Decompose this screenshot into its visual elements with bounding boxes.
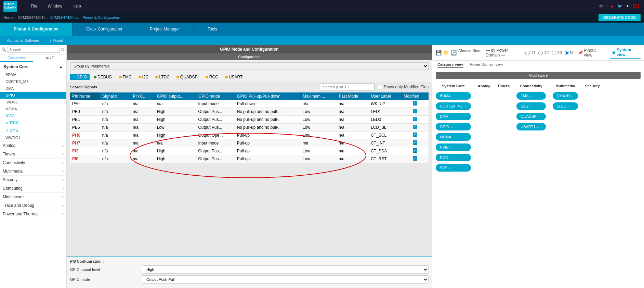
sidebar-item-rcc[interactable]: ✓ RCC (0, 119, 66, 127)
folder-icon[interactable]: 📁 (443, 50, 449, 55)
grid-btn-usart1[interactable]: USART1 ✓ (516, 123, 546, 130)
table-row[interactable]: PB0n/an/aHighOutput Pus...No pull-up and… (70, 108, 429, 116)
choose-filters-label[interactable]: Choose filters ... (458, 49, 482, 57)
sidebar-item-wwdg1[interactable]: WWDG1 (0, 134, 66, 141)
table-row[interactable]: PB1n/an/aHighOutput Pus...No pull-up and… (70, 116, 429, 124)
signal-tab-quadspi[interactable]: QUADSPI (174, 74, 201, 80)
menu-window[interactable]: Window (48, 4, 62, 9)
modified-checkbox[interactable] (413, 140, 417, 145)
col-user-label[interactable]: User Label (369, 92, 402, 100)
grid-btn-ltdc[interactable]: LTDC ✓ (553, 102, 578, 110)
col-pin-c[interactable]: Pin C... (131, 92, 155, 100)
sidebar-tab-categories[interactable]: Categories (0, 54, 33, 62)
grid-btn-mdma[interactable]: MDMA (436, 133, 471, 141)
tab-project-manager[interactable]: Project Manager (136, 23, 194, 36)
group-by-select[interactable]: Group By Peripherals (70, 62, 429, 70)
view-tab-power-domain[interactable]: Power Domain view (470, 62, 503, 68)
sidebar-search-input[interactable] (8, 47, 60, 53)
subtab-pinout[interactable]: ↓ Pinout (50, 38, 63, 42)
domain-d1[interactable]: D1 (525, 50, 536, 55)
table-row[interactable]: PH7n/an/an/aInput modePull-upn/an/aCT_IN… (70, 139, 429, 147)
domain-d3[interactable]: D3 (552, 50, 562, 55)
sidebar-section-analog[interactable]: Analog› (0, 141, 66, 150)
col-modified[interactable]: Modified (402, 92, 429, 100)
sidebar-section-connectivity[interactable]: Connectivity› (0, 158, 66, 167)
save-icon[interactable]: 💾 (436, 50, 442, 55)
sidebar-section-security[interactable]: Security› (0, 175, 66, 184)
sidebar-item-gpio[interactable]: GPIO (0, 92, 66, 99)
table-row[interactable]: PA0n/an/an/aInput modePull-downn/an/aWK_… (70, 100, 429, 108)
signal-tab-gpio[interactable]: GPIO (70, 74, 90, 80)
sidebar-section-power-thermal[interactable]: Power and Thermal› (0, 210, 66, 218)
col-signal[interactable]: Signal o... (100, 92, 131, 100)
table-row[interactable]: PB5n/an/aLowOutput Pus...No pull-up and … (70, 124, 429, 132)
col-fast-mode[interactable]: Fast Mode (337, 92, 369, 100)
grid-btn-cortex-m7[interactable]: CORTEX_M7 ✓ (436, 102, 471, 110)
sidebar-item-iwdg1[interactable]: IWDG1 (0, 99, 66, 105)
grid-btn-sys[interactable]: SYS ✓ (436, 164, 471, 172)
breadcrumb-file[interactable]: STM32H743II.ioc - Pinout & Configuration (50, 15, 120, 20)
sidebar-item-mdma[interactable]: MDMA (0, 105, 66, 112)
col-gpio-pull[interactable]: GPIO Pull-up/Pull-down (235, 92, 301, 100)
icon-youtube[interactable]: ▶ (611, 4, 614, 9)
table-row[interactable]: PH6n/an/aHighOutput Ope...Pull-upLown/aC… (70, 132, 429, 139)
show-modified-checkbox[interactable] (378, 85, 382, 89)
sidebar-tab-az[interactable]: A->Z (33, 54, 66, 62)
sidebar-section-multimedia[interactable]: Multimedia› (0, 167, 66, 175)
signal-tab-i2c[interactable]: I2C (136, 74, 152, 80)
subtab-additional-software[interactable]: Additional Software (7, 38, 39, 42)
sidebar-section-system-core[interactable]: System Core ▲ (0, 62, 66, 71)
tab-tools[interactable]: Tools (194, 23, 231, 36)
grid-btn-dma2d[interactable]: DMA2D ✓ (553, 92, 578, 100)
sidebar-section-trace-debug[interactable]: Trace and Debug› (0, 201, 66, 210)
icon-network[interactable]: ✦ (626, 4, 629, 9)
signal-tab-ltdc[interactable]: LTDC (153, 74, 172, 80)
grid-btn-rcc[interactable]: RCC ✓ (436, 154, 471, 161)
sidebar-item-bdma[interactable]: BDMA (0, 71, 66, 78)
view-tab-category[interactable]: Category view (437, 62, 463, 68)
modified-checkbox[interactable] (413, 109, 417, 113)
sidebar-section-computing[interactable]: Computing› (0, 184, 66, 192)
tab-pinout-configuration[interactable]: Pinout & Configuration (0, 23, 73, 36)
col-gpio-output[interactable]: GPIO output... (155, 92, 196, 100)
signal-tab-usart[interactable]: USART (222, 74, 245, 80)
grid-btn-quadspi[interactable]: QUADSPI ✓ (516, 113, 546, 120)
menu-help[interactable]: Help (73, 4, 81, 9)
grid-btn-gpio[interactable]: GPIO ✓ (436, 123, 471, 130)
table-row[interactable]: PI8n/an/aHighOutput Pus...Pull-upLown/aC… (70, 155, 429, 163)
generate-code-button[interactable]: GENERATE CODE (599, 14, 641, 21)
grid-btn-dma[interactable]: DMA (436, 113, 471, 120)
grid-btn-nvic[interactable]: NVIC ✓ (436, 143, 471, 151)
breadcrumb-device[interactable]: STM32H743IITx (18, 15, 45, 20)
col-pin-name[interactable]: Pin Name (70, 92, 100, 100)
breadcrumb-home[interactable]: Home (3, 15, 13, 20)
modified-checkbox[interactable] (413, 117, 417, 121)
sidebar-item-sys[interactable]: ✓ SYS (0, 127, 66, 134)
modified-checkbox[interactable] (413, 125, 417, 129)
table-row[interactable]: PI3n/an/aHighOutput Pus...Pull-upLown/aC… (70, 147, 429, 155)
modified-checkbox[interactable] (413, 101, 417, 105)
sidebar-section-timers[interactable]: Timers› (0, 150, 66, 158)
sidebar-item-dma[interactable]: DMA (0, 85, 66, 92)
signal-tab-fmc[interactable]: FMC (116, 74, 134, 80)
config-select-gpio-mode[interactable]: Output Push PullOutput Open Drain (142, 275, 429, 284)
config-select-gpio-output-level[interactable]: LowHigh (142, 265, 429, 274)
modified-checkbox[interactable] (413, 156, 417, 161)
domain-n[interactable]: N (565, 50, 573, 55)
system-view-btn[interactable]: 🖥 System view (610, 47, 641, 59)
col-gpio-mode[interactable]: GPIO mode (196, 92, 235, 100)
grid-btn-fmc[interactable]: FMC ✓ (516, 92, 546, 100)
sidebar-section-middleware[interactable]: Middleware› (0, 192, 66, 201)
refresh-icon[interactable]: 🔄 (451, 50, 457, 55)
icon-facebook[interactable]: f (606, 4, 607, 9)
tab-clock-configuration[interactable]: Clock Configuration (73, 23, 136, 36)
settings-icon[interactable]: ⚙ (61, 47, 65, 52)
icon-twitter[interactable]: 🐦 (617, 4, 622, 9)
pinout-view-btn[interactable]: 📌 Pinout view (576, 47, 605, 59)
domain-d2[interactable]: D2 (538, 50, 549, 55)
signal-tab-debug[interactable]: DEBUG (91, 74, 115, 80)
modified-checkbox[interactable] (413, 148, 417, 153)
grid-btn-bdma[interactable]: BDMA (436, 92, 471, 100)
modified-checkbox[interactable] (413, 133, 417, 137)
grid-btn-i2c2[interactable]: I2C2 ✓ (516, 102, 546, 110)
